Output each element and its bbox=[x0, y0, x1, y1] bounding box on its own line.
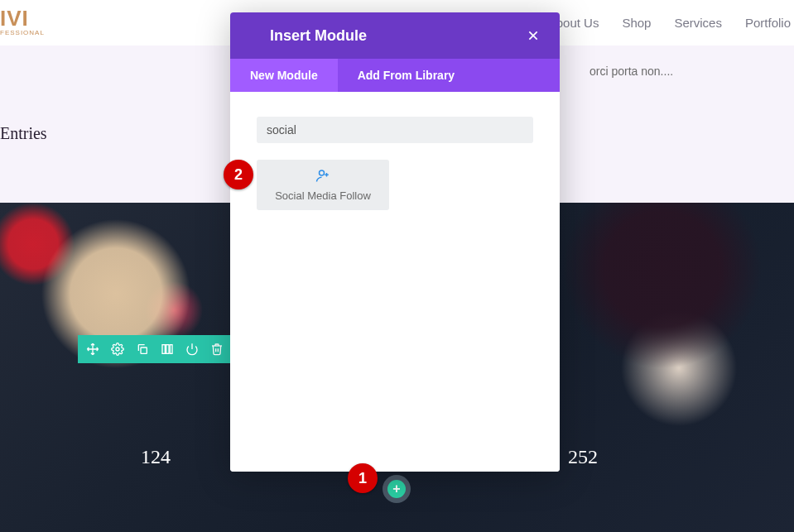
module-social-media-follow[interactable]: Social Media Follow bbox=[257, 160, 389, 210]
tab-add-from-library[interactable]: Add From Library bbox=[338, 59, 474, 92]
close-icon[interactable] bbox=[525, 27, 541, 44]
module-results: Social Media Follow bbox=[257, 160, 533, 210]
tab-new-module[interactable]: New Module bbox=[230, 59, 338, 92]
svg-point-0 bbox=[116, 347, 119, 351]
move-icon[interactable] bbox=[86, 343, 99, 356]
svg-rect-2 bbox=[162, 345, 165, 354]
annotation-badge-2: 2 bbox=[224, 160, 253, 189]
section-toolbar[interactable] bbox=[78, 335, 232, 363]
modal-header[interactable]: Insert Module bbox=[230, 12, 560, 59]
search-input[interactable] bbox=[257, 117, 533, 143]
annotation-badge-1: 1 bbox=[348, 463, 378, 493]
power-icon[interactable] bbox=[185, 343, 199, 356]
logo-text: IVI bbox=[0, 6, 29, 31]
person-plus-icon bbox=[315, 171, 330, 185]
duplicate-icon[interactable] bbox=[136, 343, 149, 356]
excerpt-text: orci porta non.... bbox=[589, 65, 673, 78]
add-circle-outer: + bbox=[383, 475, 411, 503]
nav-shop[interactable]: Shop bbox=[622, 16, 651, 30]
add-module-button[interactable]: + bbox=[383, 475, 411, 503]
plus-icon: + bbox=[387, 480, 406, 498]
main-nav: About Us Shop Services Portfolio bbox=[548, 16, 794, 30]
insert-module-modal: Insert Module New Module Add From Librar… bbox=[230, 12, 560, 472]
columns-icon[interactable] bbox=[161, 343, 174, 356]
module-label: Social Media Follow bbox=[263, 189, 383, 202]
modal-body: Social Media Follow bbox=[230, 92, 560, 472]
site-logo[interactable]: IVI FESSIONAL bbox=[0, 9, 45, 36]
trash-icon[interactable] bbox=[210, 343, 224, 356]
nav-services[interactable]: Services bbox=[674, 16, 722, 30]
svg-rect-1 bbox=[141, 347, 147, 353]
modal-title: Insert Module bbox=[270, 27, 367, 45]
hero-text-right: 252 bbox=[568, 446, 598, 468]
modal-tabs: New Module Add From Library bbox=[230, 59, 560, 92]
svg-point-8 bbox=[320, 170, 325, 175]
svg-rect-4 bbox=[170, 345, 172, 354]
svg-rect-3 bbox=[166, 345, 169, 354]
hero-text-left: 124 bbox=[141, 446, 171, 468]
nav-portfolio[interactable]: Portfolio bbox=[745, 16, 791, 30]
entries-label: Entries bbox=[0, 124, 47, 143]
gear-icon[interactable] bbox=[111, 343, 124, 356]
